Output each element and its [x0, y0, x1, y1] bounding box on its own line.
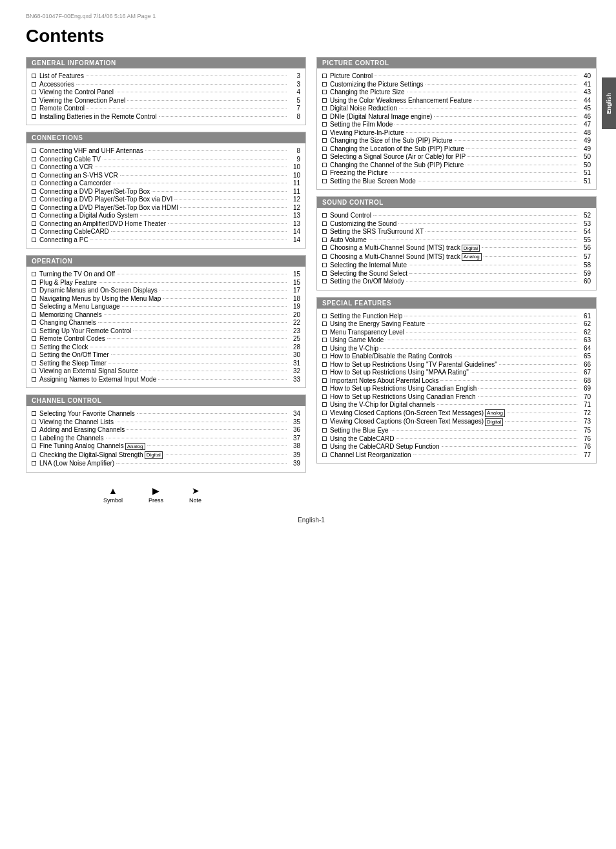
bullet-icon [322, 444, 327, 449]
symbol-label: Note [189, 497, 201, 504]
toc-item-text: How to Set up Restrictions Using Canadia… [330, 393, 476, 400]
dots-separator [467, 156, 577, 157]
toc-item-text: Checking the Digital-Signal StrengthDigi… [39, 451, 163, 459]
dots-separator [395, 124, 577, 125]
dots-separator [426, 231, 577, 232]
toc-page-number: 76 [579, 443, 591, 450]
toc-page-number: 9 [289, 156, 300, 163]
dots-separator [106, 438, 287, 438]
badge-label: Analog [485, 409, 505, 417]
toc-item-text: Changing Channels [39, 319, 96, 326]
toc-item-text: Plug & Play Feature [39, 279, 97, 286]
bullet-icon [322, 338, 327, 342]
toc-page-number: 25 [289, 335, 300, 342]
toc-item-text: Connecting VHF and UHF Antennas [39, 147, 143, 154]
toc-page-number: 51 [579, 169, 591, 176]
toc-item-text: Setting the On/Off Melody [330, 278, 404, 285]
toc-page-number: 50 [579, 161, 591, 169]
symbol-icon: ▲ [108, 486, 118, 496]
page-number: English-1 [26, 517, 597, 524]
toc-item-text: Selecting the Internal Mute [330, 261, 407, 269]
section-picture-control: PICTURE CONTROL Picture Control40Customi… [316, 57, 597, 190]
bullet-icon [32, 229, 36, 234]
dots-separator [108, 363, 287, 363]
toc-item-text: Connecting an S-VHS VCR [39, 172, 118, 179]
toc-item-text: Customizing the Sound [330, 220, 396, 227]
section-sound-control: SOUND CONTROL Sound Control52Customizing… [316, 196, 597, 291]
bullet-icon [32, 296, 36, 301]
table-row: Plug & Play Feature15 [32, 279, 300, 286]
table-row: Labeling the Channels37 [32, 435, 300, 442]
toc-page-number: 12 [289, 196, 300, 203]
toc-item-text: How to Enable/Disable the Rating Control… [330, 353, 453, 360]
table-row: How to Enable/Disable the Rating Control… [322, 353, 591, 360]
table-row: Remote Control Codes25 [32, 335, 300, 342]
toc-item-text: Selecting Your Favorite Channels [39, 410, 135, 417]
dots-separator [427, 323, 577, 324]
dots-separator [127, 100, 287, 101]
toc-page-number: 59 [579, 270, 591, 277]
table-row: Navigating Menus by Using the Menu Map18 [32, 295, 300, 302]
bullet-icon [322, 82, 327, 87]
bullet-icon [322, 245, 327, 250]
dots-separator [409, 273, 577, 274]
bullet-icon [322, 179, 327, 183]
bullet-icon [322, 394, 327, 399]
table-row: Using the V-Chip for Digital channels71 [322, 401, 591, 408]
bullet-icon [322, 378, 327, 383]
toc-page-number: 19 [289, 303, 300, 310]
toc-page-number: 76 [579, 435, 591, 442]
table-row: Setting the Function Help61 [322, 312, 591, 320]
dots-separator [116, 92, 287, 92]
section-content-picture: Picture Control40Customizing the Picture… [317, 68, 596, 189]
toc-item-text: Setting the Film Mode [330, 121, 393, 128]
toc-page-number: 18 [289, 295, 300, 302]
toc-item-text: Setting the Function Help [330, 312, 402, 320]
toc-item-text: Connecting a Camcorder [39, 179, 111, 187]
toc-item-text: Using the CableCARD Setup Function [330, 443, 440, 450]
toc-page-number: 22 [289, 319, 300, 326]
toc-page-number: 10 [289, 172, 300, 179]
symbol-item: ➤Note [189, 486, 201, 504]
table-row: How to Set up Restrictions Using "TV Par… [322, 361, 591, 368]
toc-item-text: Connecting CableCARD [39, 228, 109, 235]
toc-page-number: 13 [289, 212, 300, 219]
bullet-icon [32, 453, 36, 457]
section-connections: CONNECTIONS Connecting VHF and UHF Anten… [26, 132, 306, 249]
dots-separator [127, 429, 287, 430]
toc-page-number: 3 [289, 72, 300, 79]
table-row: Remote Control7 [32, 105, 300, 112]
table-row: Connecting a DVD Player/Set-Top Box via … [32, 204, 300, 211]
dots-separator [455, 356, 577, 356]
toc-page-number: 62 [579, 320, 591, 327]
table-row: Connecting CableCARD14 [32, 228, 300, 235]
toc-page-number: 8 [289, 147, 300, 154]
toc-item-text: Assigning Names to External Input Mode [39, 376, 156, 383]
bullet-icon [32, 238, 36, 242]
dots-separator [158, 379, 287, 380]
toc-item-text: Selecting a Signal Source (Air or Cable)… [330, 153, 466, 160]
dots-separator [398, 223, 577, 224]
dots-separator [407, 92, 577, 92]
toc-item-text: Changing the Channel of the Sub (PIP) Pi… [330, 161, 464, 169]
table-row: Using the CableCARD Setup Function76 [322, 443, 591, 450]
toc-item-text: Customizing the Picture Settings [330, 81, 424, 88]
toc-item-text: Connecting a DVD Player/Set-Top Box via … [39, 196, 172, 203]
table-row: Selecting the Sound Select59 [322, 270, 591, 277]
bullet-icon [32, 320, 36, 325]
toc-page-number: 28 [289, 343, 300, 351]
section-header-special: SPECIAL FEATURES [317, 298, 596, 309]
bullet-icon [322, 130, 327, 135]
toc-page-number: 62 [579, 329, 591, 336]
bullet-icon [322, 138, 327, 143]
table-row: Using the CableCARD76 [322, 435, 591, 442]
toc-item-text: Connecting a VCR [39, 163, 93, 170]
badge-label: Digital [485, 418, 503, 426]
dots-separator [90, 347, 287, 347]
bullet-icon [32, 157, 36, 161]
table-row: Setting the Blue Eye75 [322, 427, 591, 434]
bullet-icon [32, 181, 36, 185]
side-tab: English [602, 77, 616, 129]
toc-item-text: How to Set up Restrictions Using "TV Par… [330, 361, 497, 368]
section-content-operation: Turning the TV On and Off15Plug & Play F… [26, 267, 305, 387]
